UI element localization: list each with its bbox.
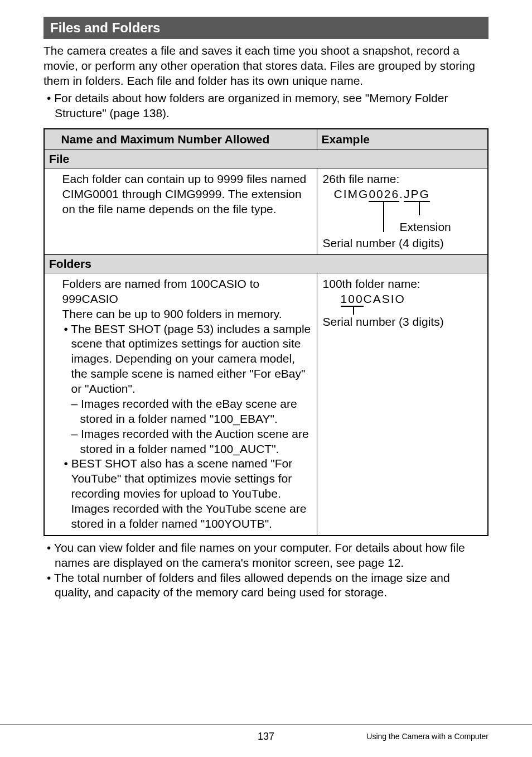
filename-dot: . [399,187,404,200]
folder-example-label: 100th folder name: [323,277,482,292]
foldername-number: 100 [341,292,364,307]
connector-line-icon [419,210,420,215]
folder-desc-line2: There can be up to 900 folders in memory… [62,307,311,322]
post-bullet-2: • The total number of folders and files … [43,571,489,601]
file-example-label: 26th file name: [323,172,482,187]
section-heading: Files and Folders [43,17,489,39]
serial-3-label: Serial number (3 digits) [323,315,482,330]
serial-4-label: Serial number (4 digits) [323,236,482,251]
folder-dash-1: – Images recorded with the eBay scene ar… [62,397,311,427]
folder-dash-2: – Images recorded with the Auction scene… [62,427,311,457]
folders-category-label: Folders [44,254,488,273]
filename-number: 0026 [369,187,399,202]
row-spacer [44,168,57,255]
connector-line-icon [383,210,384,232]
header-spacer [44,129,57,150]
connector-line-icon [353,307,354,315]
file-description: Each folder can contain up to 9999 files… [57,168,317,255]
header-example-col: Example [317,129,488,150]
folders-description: Folders are named from 100CASIO to 999CA… [57,273,317,535]
foldername-suffix: CASIO [364,292,405,305]
extension-label: Extension [323,220,482,235]
filename-diagram: CIMG0026.JPG [323,187,482,221]
folder-bullet-2: • BEST SHOT also has a scene named "For … [62,456,311,531]
intro-bullet: • For details about how folders are orga… [43,91,489,121]
files-folders-table: Name and Maximum Number Allowed Example … [43,128,489,536]
row-spacer [44,273,57,535]
filename-extension: JPG [404,187,430,202]
post-notes: • You can view folder and file names on … [43,541,489,601]
connector-line-icon [419,202,420,210]
folder-desc-line1: Folders are named from 100CASIO to 999CA… [62,277,311,307]
filename-prefix: CIMG [334,187,369,200]
intro-paragraph: The camera creates a file and saves it e… [43,44,489,89]
header-name-col: Name and Maximum Number Allowed [57,129,317,150]
folder-bullet-1: • The BEST SHOT (page 53) includes a sam… [62,322,311,397]
page-footer: 137 Using the Camera with a Computer [0,724,532,742]
post-bullet-1: • You can view folder and file names on … [43,541,489,571]
folder-diagram: 100CASIO [323,292,482,315]
file-example: 26th file name: CIMG0026.JPG Extension [317,168,488,255]
folder-example: 100th folder name: 100CASIO Serial numbe… [317,273,488,535]
footer-section-title: Using the Camera with a Computer [366,732,489,741]
file-category-label: File [44,150,488,168]
connector-line-icon [383,202,384,210]
